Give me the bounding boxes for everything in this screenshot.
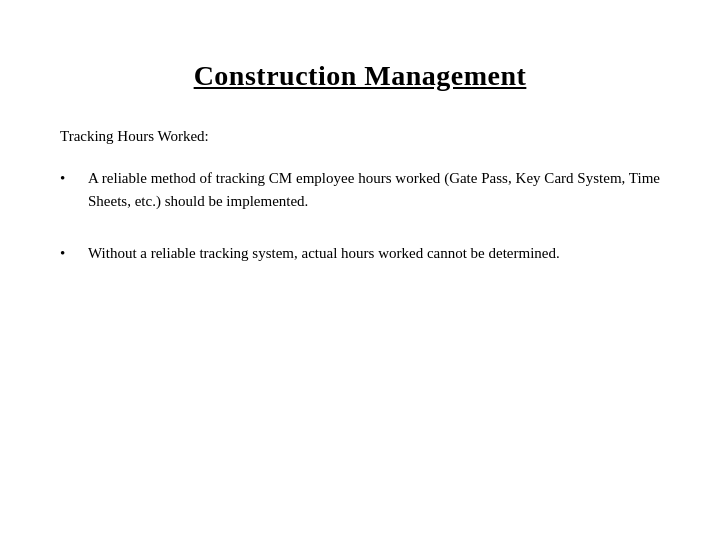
bullet-dot-1: • [60,167,80,190]
page: Construction Management Tracking Hours W… [0,0,720,540]
bullet-text-2: Without a reliable tracking system, actu… [88,242,660,265]
bullet-dot-2: • [60,242,80,265]
list-item: • A reliable method of tracking CM emplo… [60,167,660,214]
bullet-text-1: A reliable method of tracking CM employe… [88,167,660,214]
title-container: Construction Management [60,60,660,92]
list-item: • Without a reliable tracking system, ac… [60,242,660,265]
section-heading: Tracking Hours Worked: [60,128,660,145]
page-title: Construction Management [194,60,527,91]
bullet-list: • A reliable method of tracking CM emplo… [60,167,660,293]
